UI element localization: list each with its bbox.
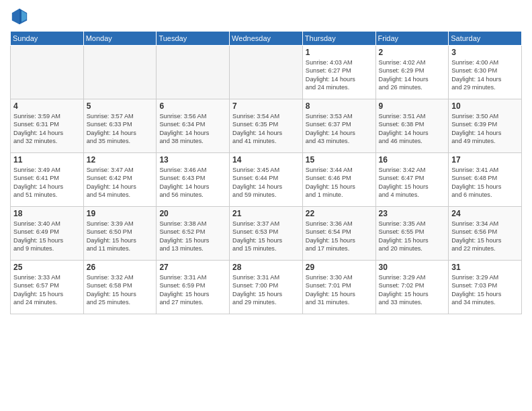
logo — [10, 7, 32, 26]
calendar-cell: 30Sunrise: 3:29 AM Sunset: 7:02 PM Dayli… — [375, 261, 449, 314]
day-info: Sunrise: 3:37 AM Sunset: 6:53 PM Dayligh… — [232, 220, 300, 253]
calendar-week-row-3: 11Sunrise: 3:49 AM Sunset: 6:41 PM Dayli… — [11, 153, 522, 207]
calendar-cell: 8Sunrise: 3:53 AM Sunset: 6:37 PM Daylig… — [302, 99, 375, 153]
logo-icon — [10, 7, 29, 26]
calendar-cell: 4Sunrise: 3:59 AM Sunset: 6:31 PM Daylig… — [11, 99, 84, 153]
day-number: 3 — [451, 48, 519, 57]
day-number: 9 — [379, 101, 446, 111]
weekday-header-saturday: Saturday — [449, 32, 522, 46]
day-number: 14 — [232, 155, 300, 165]
day-info: Sunrise: 3:45 AM Sunset: 6:44 PM Dayligh… — [232, 166, 300, 199]
calendar-cell: 11Sunrise: 3:49 AM Sunset: 6:41 PM Dayli… — [11, 153, 84, 207]
weekday-header-sunday: Sunday — [11, 32, 84, 46]
calendar-week-row-4: 18Sunrise: 3:40 AM Sunset: 6:49 PM Dayli… — [11, 207, 522, 261]
page: SundayMondayTuesdayWednesdayThursdayFrid… — [0, 0, 532, 411]
day-info: Sunrise: 3:30 AM Sunset: 7:01 PM Dayligh… — [306, 273, 373, 307]
calendar-week-row-2: 4Sunrise: 3:59 AM Sunset: 6:31 PM Daylig… — [11, 99, 522, 153]
day-info: Sunrise: 3:44 AM Sunset: 6:46 PM Dayligh… — [306, 166, 373, 199]
day-number: 8 — [306, 101, 373, 111]
day-info: Sunrise: 3:39 AM Sunset: 6:50 PM Dayligh… — [87, 220, 154, 253]
calendar-cell: 23Sunrise: 3:35 AM Sunset: 6:55 PM Dayli… — [375, 207, 449, 261]
svg-marker-2 — [19, 9, 21, 24]
day-info: Sunrise: 3:32 AM Sunset: 6:58 PM Dayligh… — [87, 273, 154, 307]
day-info: Sunrise: 3:35 AM Sunset: 6:55 PM Dayligh… — [379, 220, 446, 253]
day-info: Sunrise: 3:54 AM Sunset: 6:35 PM Dayligh… — [232, 112, 300, 146]
day-number: 26 — [87, 263, 154, 272]
day-info: Sunrise: 3:50 AM Sunset: 6:39 PM Dayligh… — [451, 112, 519, 146]
calendar-cell: 6Sunrise: 3:56 AM Sunset: 6:34 PM Daylig… — [157, 99, 230, 153]
day-number: 6 — [159, 101, 226, 111]
day-number: 17 — [451, 155, 519, 165]
day-number: 25 — [13, 263, 81, 272]
day-info: Sunrise: 3:40 AM Sunset: 6:49 PM Dayligh… — [13, 220, 81, 253]
day-number: 31 — [451, 263, 519, 272]
calendar-cell: 3Sunrise: 4:00 AM Sunset: 6:30 PM Daylig… — [449, 46, 522, 99]
day-info: Sunrise: 3:53 AM Sunset: 6:37 PM Dayligh… — [306, 112, 373, 146]
day-number: 28 — [232, 263, 300, 272]
day-info: Sunrise: 3:31 AM Sunset: 7:00 PM Dayligh… — [232, 273, 300, 307]
calendar-cell — [83, 46, 157, 99]
day-number: 4 — [13, 101, 81, 111]
day-info: Sunrise: 3:31 AM Sunset: 6:59 PM Dayligh… — [159, 273, 226, 307]
day-info: Sunrise: 3:33 AM Sunset: 6:57 PM Dayligh… — [13, 273, 81, 307]
header — [10, 7, 522, 26]
day-number: 15 — [306, 155, 373, 165]
calendar-cell: 16Sunrise: 3:42 AM Sunset: 6:47 PM Dayli… — [375, 153, 449, 207]
day-info: Sunrise: 3:46 AM Sunset: 6:43 PM Dayligh… — [159, 166, 226, 199]
day-number: 19 — [87, 209, 154, 218]
calendar-cell: 24Sunrise: 3:34 AM Sunset: 6:56 PM Dayli… — [449, 207, 522, 261]
day-info: Sunrise: 3:34 AM Sunset: 6:56 PM Dayligh… — [451, 220, 519, 253]
day-info: Sunrise: 3:57 AM Sunset: 6:33 PM Dayligh… — [87, 112, 154, 146]
day-number: 27 — [159, 263, 226, 272]
calendar-cell: 17Sunrise: 3:41 AM Sunset: 6:48 PM Dayli… — [449, 153, 522, 207]
day-info: Sunrise: 3:29 AM Sunset: 7:03 PM Dayligh… — [451, 273, 519, 307]
day-number: 20 — [159, 209, 226, 218]
day-number: 13 — [159, 155, 226, 165]
calendar-cell: 19Sunrise: 3:39 AM Sunset: 6:50 PM Dayli… — [83, 207, 157, 261]
day-info: Sunrise: 4:03 AM Sunset: 6:27 PM Dayligh… — [306, 58, 373, 92]
day-info: Sunrise: 4:00 AM Sunset: 6:30 PM Dayligh… — [451, 58, 519, 92]
weekday-header-tuesday: Tuesday — [157, 32, 230, 46]
day-number: 16 — [379, 155, 446, 165]
calendar-week-row-5: 25Sunrise: 3:33 AM Sunset: 6:57 PM Dayli… — [11, 261, 522, 314]
day-number: 22 — [306, 209, 373, 218]
day-number: 12 — [87, 155, 154, 165]
day-info: Sunrise: 4:02 AM Sunset: 6:29 PM Dayligh… — [379, 58, 446, 92]
calendar-cell: 27Sunrise: 3:31 AM Sunset: 6:59 PM Dayli… — [157, 261, 230, 314]
calendar-cell: 13Sunrise: 3:46 AM Sunset: 6:43 PM Dayli… — [157, 153, 230, 207]
calendar-cell: 2Sunrise: 4:02 AM Sunset: 6:29 PM Daylig… — [375, 46, 449, 99]
weekday-header-thursday: Thursday — [302, 32, 375, 46]
day-number: 11 — [13, 155, 81, 165]
day-info: Sunrise: 3:41 AM Sunset: 6:48 PM Dayligh… — [451, 166, 519, 199]
day-number: 1 — [306, 48, 373, 57]
day-number: 10 — [451, 101, 519, 111]
calendar-cell: 10Sunrise: 3:50 AM Sunset: 6:39 PM Dayli… — [449, 99, 522, 153]
day-info: Sunrise: 3:42 AM Sunset: 6:47 PM Dayligh… — [379, 166, 446, 199]
day-number: 21 — [232, 209, 300, 218]
calendar-cell: 18Sunrise: 3:40 AM Sunset: 6:49 PM Dayli… — [11, 207, 84, 261]
day-info: Sunrise: 3:59 AM Sunset: 6:31 PM Dayligh… — [13, 112, 81, 146]
calendar-cell: 25Sunrise: 3:33 AM Sunset: 6:57 PM Dayli… — [11, 261, 84, 314]
calendar-cell: 21Sunrise: 3:37 AM Sunset: 6:53 PM Dayli… — [230, 207, 303, 261]
weekday-header-wednesday: Wednesday — [230, 32, 303, 46]
day-number: 18 — [13, 209, 81, 218]
weekday-header-row: SundayMondayTuesdayWednesdayThursdayFrid… — [11, 32, 522, 46]
weekday-header-monday: Monday — [83, 32, 157, 46]
day-number: 30 — [379, 263, 446, 272]
day-number: 5 — [87, 101, 154, 111]
day-info: Sunrise: 3:47 AM Sunset: 6:42 PM Dayligh… — [87, 166, 154, 199]
day-info: Sunrise: 3:38 AM Sunset: 6:52 PM Dayligh… — [159, 220, 226, 253]
calendar-cell — [230, 46, 303, 99]
day-number: 23 — [379, 209, 446, 218]
calendar-cell: 12Sunrise: 3:47 AM Sunset: 6:42 PM Dayli… — [83, 153, 157, 207]
calendar-cell: 22Sunrise: 3:36 AM Sunset: 6:54 PM Dayli… — [302, 207, 375, 261]
day-number: 29 — [306, 263, 373, 272]
calendar-cell — [11, 46, 84, 99]
calendar-cell: 28Sunrise: 3:31 AM Sunset: 7:00 PM Dayli… — [230, 261, 303, 314]
calendar-cell: 29Sunrise: 3:30 AM Sunset: 7:01 PM Dayli… — [302, 261, 375, 314]
day-info: Sunrise: 3:49 AM Sunset: 6:41 PM Dayligh… — [13, 166, 81, 199]
calendar: SundayMondayTuesdayWednesdayThursdayFrid… — [10, 31, 522, 314]
day-number: 7 — [232, 101, 300, 111]
calendar-week-row-1: 1Sunrise: 4:03 AM Sunset: 6:27 PM Daylig… — [11, 46, 522, 99]
calendar-cell: 5Sunrise: 3:57 AM Sunset: 6:33 PM Daylig… — [83, 99, 157, 153]
